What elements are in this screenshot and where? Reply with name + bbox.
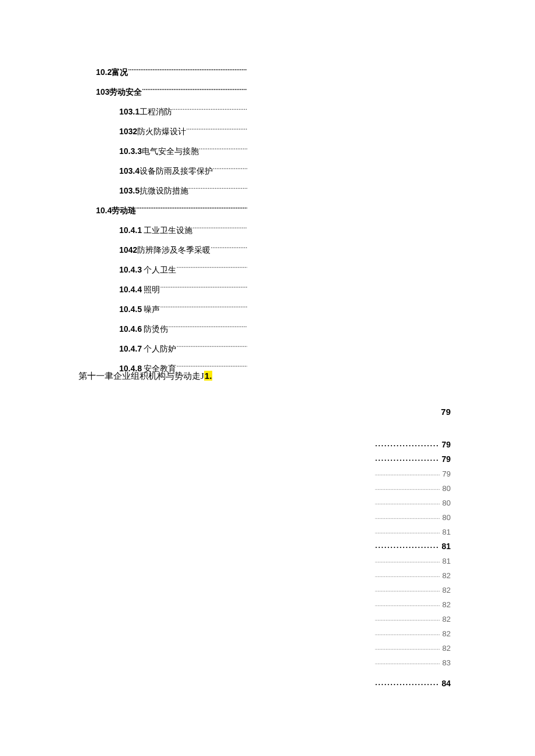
toc-leader-dots: [375, 628, 440, 636]
toc-leader-dots: [375, 483, 440, 491]
toc-leader-dots: [160, 284, 247, 292]
toc-entry-label: 10.4.5 噪声: [119, 301, 160, 318]
toc-entry: 10.4.6 防烫伤: [96, 321, 247, 338]
toc-leader-dots: [188, 185, 247, 194]
toc-page-line: 79: [375, 439, 451, 449]
toc-leader-dots: [375, 526, 440, 535]
toc-page-number: 80: [440, 485, 451, 492]
toc-page-number: 82: [440, 615, 451, 623]
toc-leader-dots: [375, 541, 439, 549]
toc-leader-dots: [192, 225, 247, 233]
toc-leader-dots: [375, 614, 440, 622]
toc-entry: 10.4.7 个人防妒: [96, 341, 247, 357]
document-page: 10.2富况103劳动安全103.1工程消防1032防火防爆设计10.3.3电气…: [0, 0, 535, 756]
toc-entry: 103.1工程消防: [96, 103, 247, 120]
toc-entry: 103.4设备防雨及接零保护: [96, 163, 247, 180]
toc-leader-dots: [375, 439, 439, 447]
toc-page-line: 81: [375, 556, 451, 565]
toc-leader-dots: [128, 67, 247, 75]
highlighted-text: 1.: [204, 371, 213, 381]
toc-page-line: 80: [375, 483, 451, 492]
toc-page-number: 79: [439, 440, 451, 449]
toc-page-line: 83: [375, 657, 451, 667]
toc-page-line: 82: [375, 570, 451, 579]
chapter-heading: 第十一聿企业组积机构与势动走J1.: [79, 371, 212, 382]
toc-leader-dots: [375, 657, 440, 665]
toc-leader-dots: [176, 343, 247, 352]
toc-entry: 1032防火防爆设计: [96, 123, 247, 140]
toc-leader-dots: [375, 585, 440, 593]
toc-leader-dots: [142, 87, 247, 95]
toc-entry-label: 10.4.7 个人防妒: [119, 341, 176, 357]
toc-leader-dots: [375, 497, 440, 506]
toc-page-number: 82: [440, 601, 451, 608]
toc-leader-dots: [375, 643, 440, 651]
toc-page-number: 82: [440, 644, 451, 652]
toc-entry-label: 103.1工程消防: [119, 103, 172, 120]
toc-page-number: 80: [440, 499, 451, 507]
toc-entry-label: 103劳动安全: [96, 84, 142, 101]
toc-entry-label: 103.4设备防雨及接零保护: [119, 163, 213, 180]
toc-upper-block: 10.2富况103劳动安全103.1工程消防1032防火防爆设计10.3.3电气…: [96, 64, 247, 380]
page-number-top: 79: [441, 407, 451, 417]
toc-page-number: 84: [439, 679, 451, 687]
toc-entry-label: 1032防火防爆设计: [119, 123, 186, 140]
toc-page-line: 82: [375, 643, 451, 652]
toc-leader-dots: [199, 146, 247, 154]
toc-entry: 10.4.1 工业卫生设施: [96, 222, 247, 239]
toc-leader-dots: [375, 454, 439, 462]
toc-page-line: 82: [375, 599, 451, 608]
toc-entry: 10.4.4 照明: [96, 281, 247, 298]
toc-page-line: 82: [375, 614, 451, 623]
toc-page-number: 83: [440, 659, 451, 667]
toc-entry: 10.4劳动琏: [96, 202, 247, 219]
toc-leader-dots: [375, 556, 440, 564]
toc-entry: 10.4.5 噪声: [96, 301, 247, 318]
toc-page-numbers-block: 7979798080808181818282828282828384: [375, 439, 451, 693]
toc-page-line: 81: [375, 541, 451, 550]
toc-page-number: 81: [440, 528, 451, 536]
toc-leader-dots: [213, 166, 247, 174]
toc-page-line: 79: [375, 468, 451, 478]
toc-leader-dots: [211, 245, 247, 253]
toc-leader-dots: [172, 106, 247, 114]
toc-page-line: 79: [375, 454, 451, 463]
toc-page-number: 79: [440, 470, 451, 478]
toc-entry-label: 1042防辨降涉及冬季采暖: [119, 242, 211, 259]
toc-page-line: 82: [375, 585, 451, 594]
toc-page-number: 80: [440, 514, 451, 521]
toc-entry-label: 10.2富况: [96, 64, 128, 81]
toc-page-line: 82: [375, 628, 451, 637]
toc-leader-dots: [186, 126, 247, 134]
toc-leader-dots: [375, 468, 440, 476]
toc-entry: 103.5抗微设防措施: [96, 182, 247, 199]
toc-page-number: 82: [440, 630, 451, 637]
toc-entry-label: 10.4.1 工业卫生设施: [119, 222, 192, 239]
toc-leader-dots: [160, 304, 247, 312]
toc-leader-dots: [375, 678, 439, 686]
toc-entry-label: 103.5抗微设防措施: [119, 182, 188, 199]
toc-entry-label: 10.4.3 个人卫生: [119, 261, 176, 278]
toc-leader-dots: [176, 264, 247, 273]
toc-page-number: 81: [439, 542, 451, 550]
toc-page-line: 80: [375, 512, 451, 521]
toc-entry: 1042防辨降涉及冬季采暖: [96, 242, 247, 259]
toc-page-number: 82: [440, 572, 451, 579]
toc-entry-label: 10.4.4 照明: [119, 281, 160, 298]
chapter-text: 第十一聿企业组积机构与势动走J: [79, 371, 204, 381]
toc-entry: 10.2富况: [96, 64, 247, 81]
toc-leader-dots: [168, 324, 247, 332]
toc-entry-label: 10.4.6 防烫伤: [119, 321, 168, 338]
toc-leader-dots: [136, 205, 247, 213]
toc-entry: 10.4.3 个人卫生: [96, 261, 247, 278]
toc-leader-dots: [375, 570, 440, 578]
toc-entry: 10.3.3电气安全与接胞: [96, 143, 247, 160]
toc-leader-dots: [375, 599, 440, 607]
toc-entry-label: 10.3.3电气安全与接胞: [119, 143, 199, 160]
toc-leader-dots: [176, 363, 247, 371]
toc-page-number: 82: [440, 586, 451, 594]
toc-page-number: 79: [439, 455, 451, 463]
toc-entry-label: 10.4劳动琏: [96, 202, 136, 219]
toc-page-number: 81: [440, 557, 451, 565]
toc-page-line: 81: [375, 526, 451, 536]
